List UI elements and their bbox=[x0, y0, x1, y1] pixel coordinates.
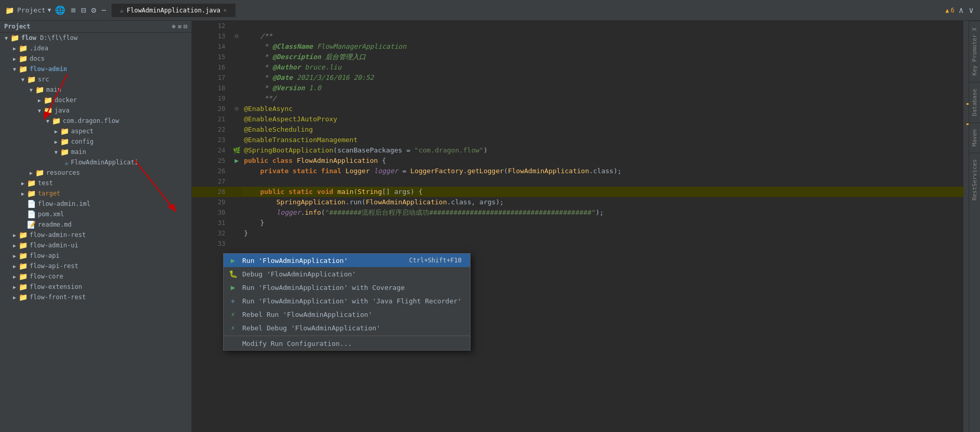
nav-up-icon[interactable]: ∧ bbox=[958, 4, 965, 16]
sidebar-icon-2[interactable]: ≡ bbox=[178, 23, 182, 30]
tree-item-flow-admin-ui[interactable]: ▶ 📁 flow-admin-ui bbox=[0, 240, 191, 250]
nav-down-icon[interactable]: ∨ bbox=[968, 4, 975, 16]
title-bar: 📁 Project ▼ 🌐 ≡ ⊟ ⚙ − ☕ FlowAdminApplica… bbox=[0, 0, 980, 21]
code-line-16: 16 * @Author bruce.liu bbox=[192, 62, 969, 73]
tree-item-flow-root[interactable]: ▼ 📁 flow D:\fl\flow bbox=[0, 33, 191, 43]
tree-label-flow-core: flow-core bbox=[30, 273, 63, 280]
folder-icon-flow-extension: 📁 bbox=[19, 283, 27, 291]
tree-item-flowadmin-java[interactable]: ☕ FlowAdminApplicati bbox=[0, 157, 191, 168]
line-number-31: 31 bbox=[192, 218, 231, 228]
toolbar-icon-1[interactable]: 🌐 bbox=[54, 4, 66, 16]
tree-item-flow-extension[interactable]: ▶ 📁 flow-extension bbox=[0, 282, 191, 292]
tab-database[interactable]: Database bbox=[969, 82, 980, 122]
tree-item-idea[interactable]: ▶ 📁 .idea bbox=[0, 43, 191, 53]
tree-item-main2[interactable]: ▼ 📁 main bbox=[0, 147, 191, 157]
tree-item-flow-api[interactable]: ▶ 📁 flow-api bbox=[0, 250, 191, 261]
menu-item-rebel-debug[interactable]: ⚡ Rebel Debug 'FlowAdminApplication' bbox=[224, 321, 470, 335]
folder-icon-flow-api: 📁 bbox=[19, 252, 27, 260]
menu-item-run-shortcut: Ctrl+Shift+F10 bbox=[409, 257, 461, 264]
line-number-26: 26 bbox=[192, 166, 231, 176]
menu-item-coverage-label: Run 'FlowAdminApplication' with Coverage bbox=[242, 284, 462, 291]
tree-label-pom: pom.xml bbox=[38, 211, 64, 218]
tree-item-flow-admin[interactable]: ▼ 📁 flow-admin bbox=[0, 64, 191, 74]
debug-icon: 🐛 bbox=[228, 270, 238, 278]
tree-item-iml[interactable]: 📄 flow-admin.iml bbox=[0, 199, 191, 209]
tree-item-docker[interactable]: ▶ 📁 docker bbox=[0, 95, 191, 105]
tree-item-aspect[interactable]: ▶ 📁 aspect bbox=[0, 126, 191, 136]
sidebar: Project ⊕ ≡ ⊟ bbox=[0, 21, 192, 432]
code-scroll-area[interactable]: 12 13 ⊖ /** 14 * @ClassNam bbox=[192, 21, 969, 432]
tree-item-flow-api-rest[interactable]: ▶ 📁 flow-api-rest bbox=[0, 261, 191, 271]
line-number-12: 12 bbox=[192, 21, 231, 31]
tree-item-flow-admin-rest[interactable]: ▶ 📁 flow-admin-rest bbox=[0, 230, 191, 240]
toolbar-icon-2[interactable]: ≡ bbox=[70, 4, 77, 16]
warning-badge[interactable]: ▲ 6 bbox=[945, 7, 954, 14]
tree-arrow-flow-admin: ▼ bbox=[10, 66, 19, 72]
sidebar-icon-1[interactable]: ⊕ bbox=[172, 23, 175, 30]
toolbar-icon-3[interactable]: ⊟ bbox=[80, 4, 87, 16]
line-content-18: * @Version 1.0 bbox=[242, 83, 969, 93]
menu-item-jfr[interactable]: ✈ Run 'FlowAdminApplication' with 'Java … bbox=[224, 294, 470, 308]
tree-item-src[interactable]: ▼ 📁 src bbox=[0, 74, 191, 85]
folder-icon-config: 📁 bbox=[60, 137, 69, 146]
tree-item-config[interactable]: ▶ 📁 config bbox=[0, 136, 191, 147]
project-dropdown-icon[interactable]: ▼ bbox=[48, 7, 51, 13]
line-content-33 bbox=[242, 239, 969, 249]
code-line-28: 28 public static void main(String[] args… bbox=[192, 187, 969, 197]
tab-maven[interactable]: Maven bbox=[969, 122, 980, 152]
line-content-19: **/ bbox=[242, 93, 969, 104]
tree-item-flow-front-rest[interactable]: ▶ 📁 flow-front-rest bbox=[0, 292, 191, 302]
tree-item-main[interactable]: ▼ 📁 main bbox=[0, 85, 191, 95]
tree-arrow-flow-api-rest: ▶ bbox=[10, 263, 19, 269]
tree-item-com-dragon-flow[interactable]: ▼ 📁 com.dragon.flow bbox=[0, 116, 191, 126]
project-title[interactable]: Project ▼ bbox=[17, 6, 51, 14]
scrollbar-strip[interactable] bbox=[963, 21, 969, 432]
code-line-27: 27 bbox=[192, 176, 969, 187]
line-content-16: * @Author bruce.liu bbox=[242, 62, 969, 73]
line-content-29: SpringApplication.run(FlowAdminApplicati… bbox=[242, 197, 969, 207]
tree-label-docs: docs bbox=[30, 55, 45, 62]
menu-separator bbox=[224, 336, 470, 336]
tree-item-target[interactable]: ▶ 📁 target bbox=[0, 188, 191, 199]
menu-item-run-label: Run 'FlowAdminApplication' bbox=[242, 257, 394, 264]
tree-item-pomxml[interactable]: 📄 pom.xml bbox=[0, 209, 191, 219]
tree-arrow-flow-admin-ui: ▶ bbox=[10, 243, 19, 248]
code-line-12: 12 bbox=[192, 21, 969, 31]
folder-icon-flow-admin-rest: 📁 bbox=[19, 231, 27, 239]
toolbar-icon-4[interactable]: ⚙ bbox=[90, 4, 98, 16]
menu-item-debug[interactable]: 🐛 Debug 'FlowAdminApplication' bbox=[224, 267, 470, 281]
tab-close-icon[interactable]: ✕ bbox=[224, 7, 227, 13]
tree-arrow-target: ▶ bbox=[19, 191, 27, 197]
gutter-22 bbox=[231, 124, 242, 135]
tree-item-flow-core[interactable]: ▶ 📁 flow-core bbox=[0, 271, 191, 282]
folder-icon-flow-admin: 📁 bbox=[19, 65, 27, 73]
tree-item-java[interactable]: ▼ 📁 java bbox=[0, 105, 191, 116]
toolbar-icon-5[interactable]: − bbox=[100, 4, 107, 16]
tree-label-idea: .idea bbox=[30, 45, 48, 52]
gutter-24: 🌿 bbox=[231, 145, 242, 156]
menu-item-rebel-run[interactable]: ⚡ Rebel Run 'FlowAdminApplication' bbox=[224, 308, 470, 321]
tree-item-resources[interactable]: ▶ 📁 resources bbox=[0, 168, 191, 178]
line-content-27 bbox=[242, 176, 969, 187]
tree-item-readme[interactable]: 📝 readme.md bbox=[0, 219, 191, 230]
line-number-22: 22 bbox=[192, 124, 231, 135]
file-tab-flowadminapplication[interactable]: ☕ FlowAdminApplication.java ✕ bbox=[112, 4, 236, 17]
gutter-28 bbox=[231, 187, 242, 197]
menu-item-modify[interactable]: Modify Run Configuration... bbox=[224, 337, 470, 350]
line-number-28: 28 bbox=[192, 187, 231, 197]
rebel-run-icon: ⚡ bbox=[228, 310, 238, 318]
tree-item-test[interactable]: ▶ 📁 test bbox=[0, 178, 191, 188]
menu-item-run[interactable]: ▶ Run 'FlowAdminApplication' Ctrl+Shift+… bbox=[224, 254, 470, 267]
tab-restservices[interactable]: RestServices bbox=[969, 152, 980, 206]
menu-item-coverage[interactable]: ▶ Run 'FlowAdminApplication' with Covera… bbox=[224, 281, 470, 294]
gutter-26 bbox=[231, 166, 242, 176]
sidebar-icon-3[interactable]: ⊟ bbox=[184, 23, 187, 30]
tab-key-promoter-x[interactable]: Key Promoter X bbox=[969, 21, 980, 82]
line-number-16: 16 bbox=[192, 62, 231, 73]
tree-item-docs[interactable]: ▶ 📁 docs bbox=[0, 53, 191, 64]
tree-arrow-flow-admin-rest: ▶ bbox=[10, 232, 19, 238]
tree-arrow-docker: ▶ bbox=[35, 97, 44, 103]
tree-arrow-src: ▼ bbox=[19, 77, 27, 82]
line-number-20: 20 bbox=[192, 104, 231, 114]
menu-item-jfr-label: Run 'FlowAdminApplication' with 'Java Fl… bbox=[242, 297, 462, 305]
